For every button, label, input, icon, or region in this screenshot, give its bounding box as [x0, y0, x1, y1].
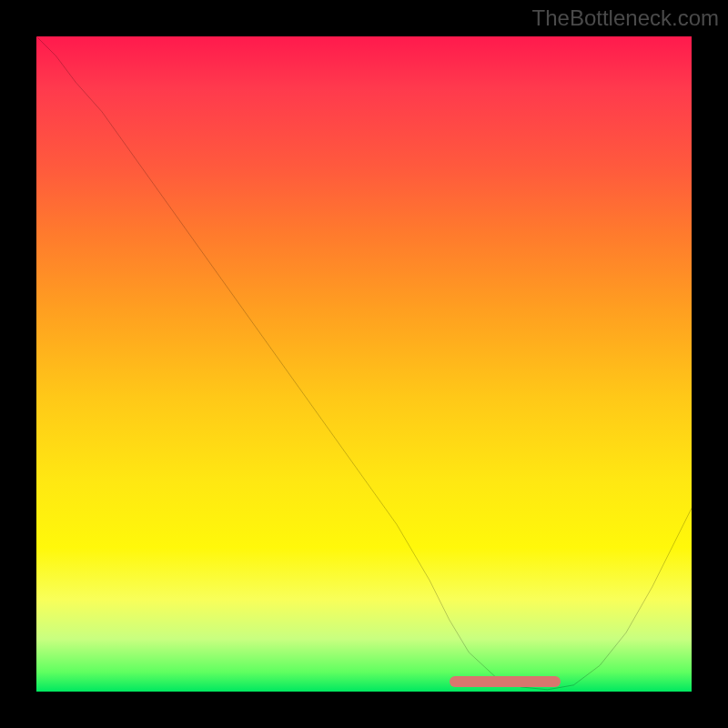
chart-plot-area	[36, 36, 692, 692]
optimal-range-highlight	[450, 676, 561, 687]
bottleneck-curve-line	[36, 36, 692, 690]
watermark-text: TheBottleneck.com	[532, 5, 719, 31]
curve-svg	[36, 36, 692, 692]
